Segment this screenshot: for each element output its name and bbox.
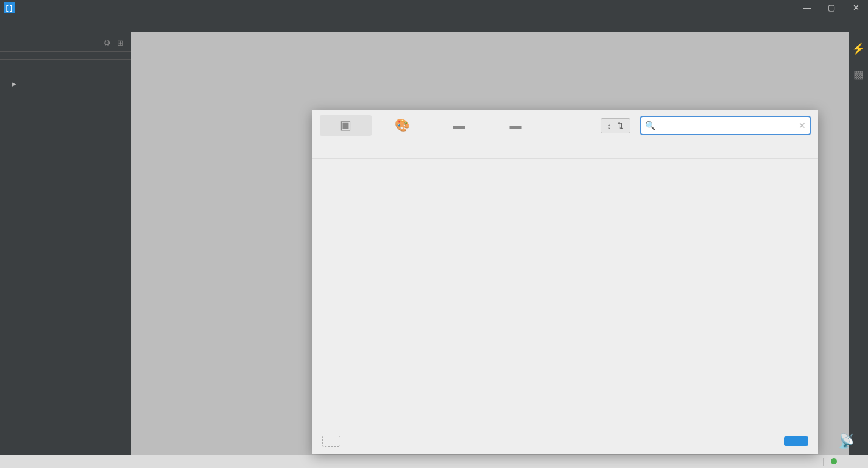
chevron-updown-icon: ⇅: [617, 121, 624, 130]
sort-icon: ↕: [607, 121, 612, 130]
watermark: 📡: [833, 431, 853, 450]
inbox-icon: ▬: [433, 118, 485, 132]
live-preview-icon[interactable]: ⚡: [852, 42, 865, 55]
palette-icon: 🎨: [376, 118, 428, 132]
tab-available[interactable]: ▣: [320, 115, 372, 136]
tree-file-main[interactable]: [0, 99, 131, 107]
editor[interactable]: ▣ 🎨 ▬ ▬ ↕ ⇅ 🔍 ✕: [131, 32, 849, 455]
drag-zone[interactable]: [322, 436, 340, 447]
search-wrap[interactable]: 🔍 ✕: [640, 116, 811, 135]
plus-box-icon: ▣: [320, 118, 372, 132]
status-linting[interactable]: [823, 458, 847, 466]
tab-themes[interactable]: 🎨: [376, 115, 428, 136]
clear-search-icon[interactable]: ✕: [799, 121, 806, 130]
status-bar: [0, 455, 868, 468]
app-logo-icon: [ ]: [4, 2, 15, 13]
minimize-icon[interactable]: —: [795, 3, 819, 12]
extensions-note: [312, 141, 818, 159]
extension-manager-modal: ▣ 🎨 ▬ ▬ ↕ ⇅ 🔍 ✕: [312, 110, 818, 454]
gear-icon[interactable]: ⚙: [104, 38, 111, 48]
maximize-icon[interactable]: ▢: [819, 3, 844, 12]
satellite-icon: 📡: [837, 433, 853, 449]
close-icon[interactable]: ✕: [844, 3, 868, 12]
folder-icon: ▬: [490, 118, 542, 132]
extension-list: [312, 159, 818, 428]
search-icon: 🔍: [645, 121, 655, 130]
split-icon[interactable]: ⊞: [117, 38, 124, 48]
menu-bar: [0, 15, 868, 32]
project-header[interactable]: [0, 60, 131, 76]
working-file-item[interactable]: [0, 51, 131, 60]
sort-button[interactable]: ↕ ⇅: [601, 118, 631, 133]
title-bar: [ ] — ▢ ✕: [0, 0, 868, 15]
tree-folder[interactable]: ▸: [0, 76, 131, 92]
tab-installed[interactable]: ▬: [433, 116, 485, 136]
extension-manager-icon[interactable]: ▩: [853, 68, 864, 81]
right-rail: ⚡ ▩: [849, 32, 868, 455]
close-button[interactable]: [784, 436, 808, 446]
tree-file-index[interactable]: [0, 92, 131, 99]
lint-ok-icon: [831, 458, 837, 464]
sidebar: ⚙ ⊞ ▸: [0, 32, 131, 455]
tab-default[interactable]: ▬: [490, 116, 542, 136]
search-input[interactable]: [659, 121, 799, 130]
